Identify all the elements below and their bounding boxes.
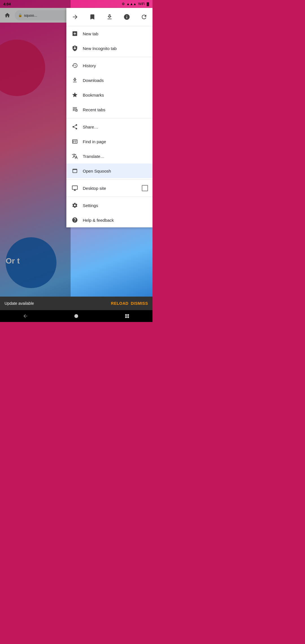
home-nav-button[interactable] [69, 310, 83, 322]
menu-item-label-bookmarks: Bookmarks [83, 93, 148, 97]
menu-item-desktop-site[interactable]: Desktop site [66, 181, 152, 195]
forward-button[interactable] [69, 11, 81, 23]
wifi-icon: WiFi [138, 2, 145, 6]
downloads-icon [71, 76, 79, 84]
history-icon [71, 62, 79, 69]
menu-items-container: New tabNew Incognito tabHistoryDownloads… [66, 26, 152, 227]
menu-item-label-open-squoosh: Open Squoosh [83, 169, 148, 173]
menu-item-label-translate: Translate… [83, 154, 148, 159]
update-message: Update available [5, 301, 106, 306]
menu-divider [66, 57, 152, 57]
menu-item-share[interactable]: Share… [66, 119, 152, 134]
bookmarks-icon [71, 91, 79, 99]
bookmark-button[interactable] [86, 11, 99, 23]
menu-item-translate[interactable]: Translate… [66, 149, 152, 164]
menu-item-downloads[interactable]: Downloads [66, 73, 152, 88]
menu-item-open-squoosh[interactable]: Open Squoosh [66, 164, 152, 178]
svg-rect-1 [125, 314, 127, 316]
menu-item-label-find-in-page: Find in page [83, 139, 148, 144]
incognito-icon [71, 44, 79, 52]
menu-item-label-history: History [83, 63, 148, 68]
notification-icon: ⚙ [122, 2, 125, 6]
svg-rect-2 [127, 314, 129, 316]
menu-item-label-settings: Settings [83, 203, 148, 208]
menu-item-label-help-feedback: Help & feedback [83, 218, 148, 223]
menu-item-label-new-incognito-tab: New Incognito tab [83, 46, 148, 51]
menu-item-label-new-tab: New tab [83, 31, 148, 36]
svg-point-0 [74, 314, 78, 318]
find-in-page-icon [71, 138, 79, 145]
status-icons: ⚙ ▲▲▲ WiFi ▓ [122, 2, 149, 6]
menu-divider [66, 118, 152, 118]
battery-icon: ▓ [147, 2, 149, 6]
reload-button-update[interactable]: RELOAD [111, 301, 128, 306]
dismiss-button[interactable]: DISMISS [131, 301, 148, 306]
download-button[interactable] [103, 11, 116, 23]
desktop-site-checkbox[interactable] [142, 185, 148, 191]
info-button[interactable] [121, 11, 133, 23]
recent-tabs-icon [71, 106, 79, 114]
menu-item-help-feedback[interactable]: Help & feedback [66, 213, 152, 227]
svg-rect-3 [125, 316, 127, 318]
menu-item-new-tab[interactable]: New tab [66, 26, 152, 41]
menu-item-bookmarks[interactable]: Bookmarks [66, 88, 152, 102]
signal-icon: ▲▲▲ [127, 2, 137, 6]
menu-item-label-share: Share… [83, 125, 148, 129]
new-tab-icon [71, 30, 79, 38]
menu-item-label-recent-tabs: Recent tabs [83, 107, 148, 112]
menu-item-new-incognito-tab[interactable]: New Incognito tab [66, 41, 152, 56]
share-icon [71, 123, 79, 131]
menu-toolbar [66, 8, 152, 26]
menu-item-recent-tabs[interactable]: Recent tabs [66, 102, 152, 117]
menu-panel: New tabNew Incognito tabHistoryDownloads… [66, 8, 152, 227]
recents-button[interactable] [120, 310, 134, 322]
svg-rect-4 [127, 316, 129, 318]
menu-item-history[interactable]: History [66, 58, 152, 73]
menu-overlay[interactable] [0, 0, 71, 322]
menu-divider [66, 179, 152, 180]
menu-divider [66, 197, 152, 197]
translate-icon [71, 152, 79, 160]
menu-item-label-downloads: Downloads [83, 78, 148, 83]
menu-item-label-desktop-site: Desktop site [83, 186, 142, 191]
menu-item-settings[interactable]: Settings [66, 198, 152, 213]
help-icon [71, 216, 79, 224]
reload-button[interactable] [138, 11, 150, 23]
settings-icon [71, 201, 79, 209]
update-bar: Update available RELOAD DISMISS [0, 297, 152, 310]
desktop-site-icon [71, 184, 79, 192]
open-squoosh-icon [71, 167, 79, 175]
menu-item-find-in-page[interactable]: Find in page [66, 134, 152, 149]
